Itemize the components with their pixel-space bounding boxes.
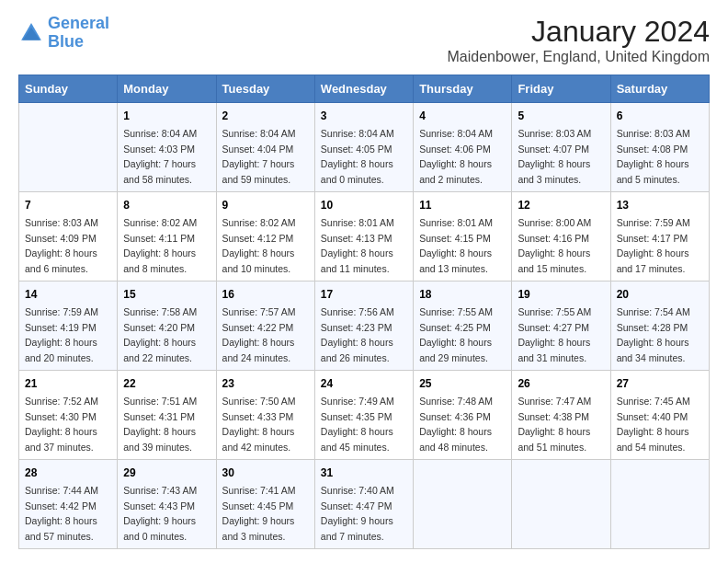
day-number: 31 (321, 465, 407, 481)
day-info: Sunrise: 7:55 AMSunset: 4:25 PMDaylight:… (419, 306, 493, 363)
calendar-table: SundayMondayTuesdayWednesdayThursdayFrid… (18, 75, 710, 549)
day-info: Sunrise: 7:52 AMSunset: 4:30 PMDaylight:… (25, 396, 98, 453)
calendar-header: SundayMondayTuesdayWednesdayThursdayFrid… (19, 75, 710, 103)
day-number: 5 (518, 108, 604, 124)
calendar-day-cell (512, 460, 610, 549)
day-info: Sunrise: 7:59 AMSunset: 4:17 PMDaylight:… (617, 217, 690, 274)
calendar-day-cell: 1 Sunrise: 8:04 AMSunset: 4:03 PMDayligh… (118, 103, 216, 192)
day-info: Sunrise: 7:59 AMSunset: 4:19 PMDaylight:… (25, 306, 98, 363)
page-subtitle: Maidenbower, England, United Kingdom (447, 49, 710, 65)
header-row: SundayMondayTuesdayWednesdayThursdayFrid… (19, 75, 710, 103)
day-number: 15 (123, 286, 210, 303)
calendar-day-cell: 22 Sunrise: 7:51 AMSunset: 4:31 PMDaylig… (118, 371, 216, 460)
logo-line1: General (48, 14, 109, 32)
day-info: Sunrise: 8:00 AMSunset: 4:16 PMDaylight:… (518, 217, 591, 274)
day-info: Sunrise: 8:04 AMSunset: 4:04 PMDaylight:… (222, 128, 296, 185)
calendar-day-cell: 8 Sunrise: 8:02 AMSunset: 4:11 PMDayligh… (118, 192, 216, 282)
day-number: 3 (321, 108, 407, 124)
day-info: Sunrise: 7:55 AMSunset: 4:27 PMDaylight:… (518, 306, 591, 363)
calendar-day-cell: 11 Sunrise: 8:01 AMSunset: 4:15 PMDaylig… (414, 192, 512, 282)
day-number: 30 (222, 465, 309, 481)
calendar-day-cell: 6 Sunrise: 8:03 AMSunset: 4:08 PMDayligh… (610, 103, 709, 192)
calendar-day-cell: 26 Sunrise: 7:47 AMSunset: 4:38 PMDaylig… (512, 371, 610, 460)
calendar-day-cell: 13 Sunrise: 7:59 AMSunset: 4:17 PMDaylig… (610, 192, 709, 282)
day-number: 23 (222, 375, 309, 392)
logo: General Blue (18, 15, 109, 52)
day-number: 26 (518, 375, 604, 392)
day-info: Sunrise: 7:49 AMSunset: 4:35 PMDaylight:… (321, 396, 394, 453)
day-number: 1 (123, 108, 210, 124)
day-info: Sunrise: 8:03 AMSunset: 4:09 PMDaylight:… (25, 217, 98, 274)
calendar-day-cell: 3 Sunrise: 8:04 AMSunset: 4:05 PMDayligh… (314, 103, 413, 192)
calendar-day-cell: 17 Sunrise: 7:56 AMSunset: 4:23 PMDaylig… (314, 282, 413, 371)
calendar-week-row: 1 Sunrise: 8:04 AMSunset: 4:03 PMDayligh… (19, 103, 710, 192)
calendar-day-cell: 31 Sunrise: 7:40 AMSunset: 4:47 PMDaylig… (314, 460, 413, 549)
calendar-day-cell: 27 Sunrise: 7:45 AMSunset: 4:40 PMDaylig… (610, 371, 709, 460)
calendar-week-row: 14 Sunrise: 7:59 AMSunset: 4:19 PMDaylig… (19, 282, 710, 371)
day-info: Sunrise: 7:51 AMSunset: 4:31 PMDaylight:… (123, 396, 197, 453)
day-info: Sunrise: 7:50 AMSunset: 4:33 PMDaylight:… (222, 396, 296, 453)
day-info: Sunrise: 8:02 AMSunset: 4:12 PMDaylight:… (222, 217, 296, 274)
weekday-header: Sunday (19, 75, 118, 103)
day-number: 22 (123, 375, 210, 392)
calendar-day-cell (610, 460, 709, 549)
logo-text: General Blue (48, 15, 109, 52)
day-number: 11 (419, 197, 506, 213)
logo-line2: Blue (48, 32, 84, 51)
day-info: Sunrise: 8:03 AMSunset: 4:08 PMDaylight:… (617, 128, 690, 185)
calendar-day-cell: 25 Sunrise: 7:48 AMSunset: 4:36 PMDaylig… (414, 371, 512, 460)
day-info: Sunrise: 7:56 AMSunset: 4:23 PMDaylight:… (321, 306, 394, 363)
day-info: Sunrise: 8:02 AMSunset: 4:11 PMDaylight:… (123, 217, 197, 274)
day-info: Sunrise: 7:43 AMSunset: 4:43 PMDaylight:… (123, 485, 197, 542)
day-info: Sunrise: 8:01 AMSunset: 4:15 PMDaylight:… (419, 217, 493, 274)
day-number: 19 (518, 286, 604, 303)
calendar-day-cell: 30 Sunrise: 7:41 AMSunset: 4:45 PMDaylig… (216, 460, 314, 549)
day-info: Sunrise: 7:57 AMSunset: 4:22 PMDaylight:… (222, 306, 296, 363)
calendar-day-cell: 12 Sunrise: 8:00 AMSunset: 4:16 PMDaylig… (512, 192, 610, 282)
page-header: General Blue January 2024 Maidenbower, E… (18, 15, 710, 65)
day-number: 25 (419, 375, 506, 392)
day-number: 18 (419, 286, 506, 303)
day-info: Sunrise: 7:58 AMSunset: 4:20 PMDaylight:… (123, 306, 197, 363)
day-info: Sunrise: 8:03 AMSunset: 4:07 PMDaylight:… (518, 128, 591, 185)
day-number: 27 (617, 375, 703, 392)
calendar-day-cell: 23 Sunrise: 7:50 AMSunset: 4:33 PMDaylig… (216, 371, 314, 460)
calendar-day-cell: 10 Sunrise: 8:01 AMSunset: 4:13 PMDaylig… (314, 192, 413, 282)
day-number: 28 (25, 465, 111, 481)
calendar-day-cell: 14 Sunrise: 7:59 AMSunset: 4:19 PMDaylig… (19, 282, 118, 371)
day-info: Sunrise: 8:04 AMSunset: 4:05 PMDaylight:… (321, 128, 394, 185)
calendar-day-cell: 15 Sunrise: 7:58 AMSunset: 4:20 PMDaylig… (118, 282, 216, 371)
day-number: 20 (617, 286, 703, 303)
day-info: Sunrise: 7:48 AMSunset: 4:36 PMDaylight:… (419, 396, 493, 453)
day-number: 24 (321, 375, 407, 392)
day-number: 12 (518, 197, 604, 213)
calendar-day-cell: 2 Sunrise: 8:04 AMSunset: 4:04 PMDayligh… (216, 103, 314, 192)
calendar-week-row: 28 Sunrise: 7:44 AMSunset: 4:42 PMDaylig… (19, 460, 710, 549)
day-number: 4 (419, 108, 506, 124)
day-number: 14 (25, 286, 111, 303)
day-number: 29 (123, 465, 210, 481)
calendar-day-cell: 29 Sunrise: 7:43 AMSunset: 4:43 PMDaylig… (118, 460, 216, 549)
page-title: January 2024 (447, 15, 710, 49)
weekday-header: Wednesday (314, 75, 413, 103)
title-block: January 2024 Maidenbower, England, Unite… (447, 15, 710, 65)
calendar-day-cell (19, 103, 118, 192)
day-number: 6 (617, 108, 703, 124)
weekday-header: Monday (118, 75, 216, 103)
day-number: 2 (222, 108, 309, 124)
calendar-day-cell: 20 Sunrise: 7:54 AMSunset: 4:28 PMDaylig… (610, 282, 709, 371)
calendar-day-cell: 21 Sunrise: 7:52 AMSunset: 4:30 PMDaylig… (19, 371, 118, 460)
day-info: Sunrise: 7:44 AMSunset: 4:42 PMDaylight:… (25, 485, 98, 542)
day-info: Sunrise: 7:45 AMSunset: 4:40 PMDaylight:… (617, 396, 690, 453)
calendar-body: 1 Sunrise: 8:04 AMSunset: 4:03 PMDayligh… (19, 103, 710, 549)
calendar-day-cell: 28 Sunrise: 7:44 AMSunset: 4:42 PMDaylig… (19, 460, 118, 549)
calendar-day-cell: 5 Sunrise: 8:03 AMSunset: 4:07 PMDayligh… (512, 103, 610, 192)
day-info: Sunrise: 7:40 AMSunset: 4:47 PMDaylight:… (321, 485, 394, 542)
day-info: Sunrise: 7:41 AMSunset: 4:45 PMDaylight:… (222, 485, 296, 542)
day-info: Sunrise: 8:04 AMSunset: 4:03 PMDaylight:… (123, 128, 197, 185)
day-number: 7 (25, 197, 111, 213)
day-info: Sunrise: 8:01 AMSunset: 4:13 PMDaylight:… (321, 217, 394, 274)
day-number: 9 (222, 197, 309, 213)
calendar-week-row: 7 Sunrise: 8:03 AMSunset: 4:09 PMDayligh… (19, 192, 710, 282)
day-info: Sunrise: 8:04 AMSunset: 4:06 PMDaylight:… (419, 128, 493, 185)
